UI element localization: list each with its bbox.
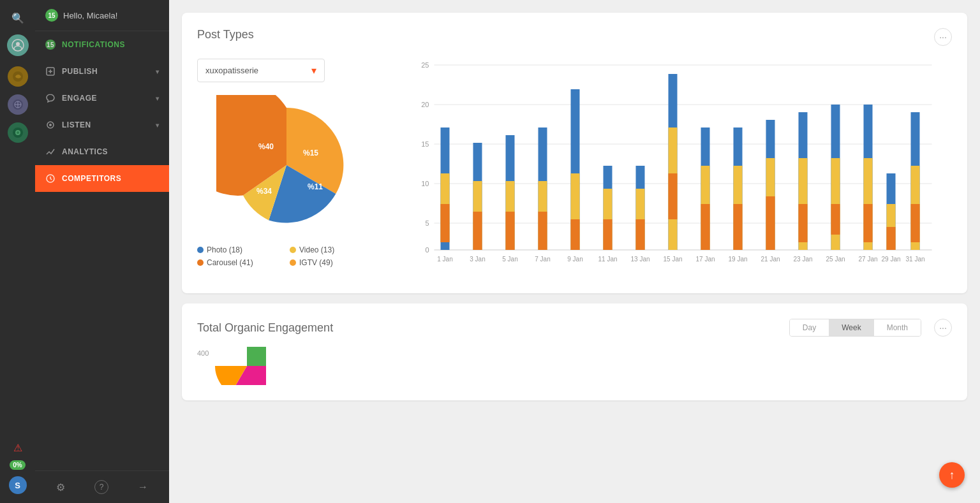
organic-pie-partial xyxy=(215,347,266,385)
listen-icon xyxy=(45,120,56,130)
sidebar-item-analytics[interactable]: ANALYTICS xyxy=(35,138,169,165)
time-toggle-group: Day Week Month xyxy=(789,319,921,337)
avatar-2[interactable] xyxy=(6,65,29,88)
sidebar: 15 Hello, Micaela! 15 NOTIFICATIONS PUBL… xyxy=(35,0,169,503)
percent-badge[interactable]: 0% xyxy=(10,460,25,470)
s-badge[interactable]: S xyxy=(9,476,27,494)
svg-rect-23 xyxy=(538,212,547,250)
y-label-10: 10 xyxy=(421,180,429,187)
svg-point-10 xyxy=(49,124,52,126)
post-types-header: Post Types ··· xyxy=(197,28,952,46)
svg-rect-26 xyxy=(571,219,580,250)
sidebar-item-notifications[interactable]: 15 NOTIFICATIONS xyxy=(35,31,169,58)
video-legend-label: Video (13) xyxy=(299,245,334,254)
pie-section: xuxopatisserie ▾ xyxy=(197,59,376,267)
post-types-title: Post Types xyxy=(197,28,254,41)
dropdown-chevron-icon: ▾ xyxy=(311,64,316,77)
x-label-5jan: 5 Jan xyxy=(502,256,517,263)
photo-legend-label: Photo (18) xyxy=(207,245,242,254)
x-label-25jan: 25 Jan xyxy=(826,256,845,263)
y-label-15: 15 xyxy=(421,140,429,148)
publish-icon xyxy=(45,66,56,77)
sidebar-item-publish[interactable]: PUBLISH ▾ xyxy=(35,58,169,85)
svg-rect-29 xyxy=(604,219,612,250)
listen-label: LISTEN xyxy=(62,120,91,129)
x-label-15jan: 15 Jan xyxy=(663,256,682,263)
carousel-dot xyxy=(197,259,204,266)
chart-row: xuxopatisserie ▾ xyxy=(197,59,952,278)
bar-group-1jan: 1 Jan xyxy=(437,128,452,263)
post-types-card: Post Types ··· xuxopatisserie ▾ xyxy=(182,13,967,293)
icon-strip: 🔍 ⚠ 0% S xyxy=(0,0,35,503)
sidebar-item-engage[interactable]: ENGAGE ▾ xyxy=(35,85,169,112)
avatar-4[interactable] xyxy=(6,121,29,144)
settings-icon[interactable]: ⚙ xyxy=(56,481,65,493)
more-options-button[interactable]: ··· xyxy=(934,28,952,46)
photo-pct-label: %15 xyxy=(303,149,318,157)
toggle-day[interactable]: Day xyxy=(790,319,829,336)
pie-svg: %15 %11 %34 %40 xyxy=(216,95,357,235)
photo-dot xyxy=(197,247,204,253)
total-organic-card: Total Organic Engagement Day Week Month … xyxy=(182,303,967,400)
y-label-25: 25 xyxy=(421,61,429,69)
x-label-29jan: 29 Jan xyxy=(881,256,900,263)
leaf-icon xyxy=(12,71,24,82)
help-icon[interactable]: ? xyxy=(94,480,108,494)
legend-igtv: IGTV (49) xyxy=(290,258,376,267)
toggle-week[interactable]: Week xyxy=(829,319,873,336)
y-label-5: 5 xyxy=(425,219,429,227)
bar-group-23jan: 23 Jan xyxy=(793,112,812,263)
igtv-dot xyxy=(290,259,296,266)
svg-point-1 xyxy=(16,42,20,46)
sidebar-item-competitors[interactable]: COMPETITORS xyxy=(35,165,169,192)
svg-rect-38 xyxy=(701,204,710,250)
bar-group-11jan: 11 Jan xyxy=(598,166,617,263)
avatar-3[interactable] xyxy=(6,93,29,116)
svg-rect-14 xyxy=(441,204,450,242)
analytics-icon xyxy=(45,147,56,157)
bar-group-17jan: 17 Jan xyxy=(695,128,715,263)
y-label-20: 20 xyxy=(421,101,429,108)
dropdown-value: xuxopatisserie xyxy=(205,66,258,75)
bar-group-31jan: 31 Jan xyxy=(905,112,924,263)
x-label-27jan: 27 Jan xyxy=(858,256,877,263)
notification-count-badge: 15 xyxy=(45,9,58,22)
bar-group-13jan: 13 Jan xyxy=(630,166,650,263)
svg-rect-44 xyxy=(766,196,775,250)
x-label-31jan: 31 Jan xyxy=(905,256,924,263)
video-pct-label: %11 xyxy=(308,182,323,191)
x-label-3jan: 3 Jan xyxy=(470,256,485,263)
x-label-1jan: 1 Jan xyxy=(437,256,452,263)
bar-group-5jan: 5 Jan xyxy=(502,135,517,263)
engage-chevron: ▾ xyxy=(156,95,160,102)
warning-icon[interactable]: ⚠ xyxy=(13,442,22,454)
organic-chart-area: 400 xyxy=(197,347,952,385)
svg-rect-41 xyxy=(734,204,743,250)
svg-rect-35 xyxy=(669,173,678,219)
sidebar-bottom: ⚙ ? → xyxy=(35,470,169,503)
organic-more-button[interactable]: ··· xyxy=(934,319,952,337)
carousel-pct-label: %34 xyxy=(256,187,272,196)
search-icon[interactable]: 🔍 xyxy=(6,6,29,29)
y-label-400: 400 xyxy=(197,347,209,357)
bar-group-3jan: 3 Jan xyxy=(470,143,485,263)
legend-carousel: Carousel (41) xyxy=(197,258,283,267)
competitors-label: COMPETITORS xyxy=(62,174,121,183)
avatar-1[interactable] xyxy=(7,34,29,56)
x-label-21jan: 21 Jan xyxy=(761,256,780,263)
svg-rect-20 xyxy=(506,212,515,250)
toggle-month[interactable]: Month xyxy=(874,319,921,336)
svg-rect-17 xyxy=(473,212,482,250)
account-dropdown[interactable]: xuxopatisserie ▾ xyxy=(197,59,325,82)
x-label-23jan: 23 Jan xyxy=(793,256,812,263)
x-label-9jan: 9 Jan xyxy=(567,256,583,263)
bar-chart-svg: 25 20 15 10 5 0 xyxy=(389,59,952,275)
svg-rect-53 xyxy=(864,204,873,242)
scroll-top-button[interactable]: ↑ xyxy=(939,462,965,488)
svg-point-7 xyxy=(17,131,19,134)
sidebar-item-listen[interactable]: LISTEN ▾ xyxy=(35,112,169,138)
listen-chevron: ▾ xyxy=(156,122,160,129)
logout-icon[interactable]: → xyxy=(138,481,148,493)
bar-group-15jan: 15 Jan xyxy=(663,74,682,263)
bar-group-21jan: 21 Jan xyxy=(761,120,780,263)
